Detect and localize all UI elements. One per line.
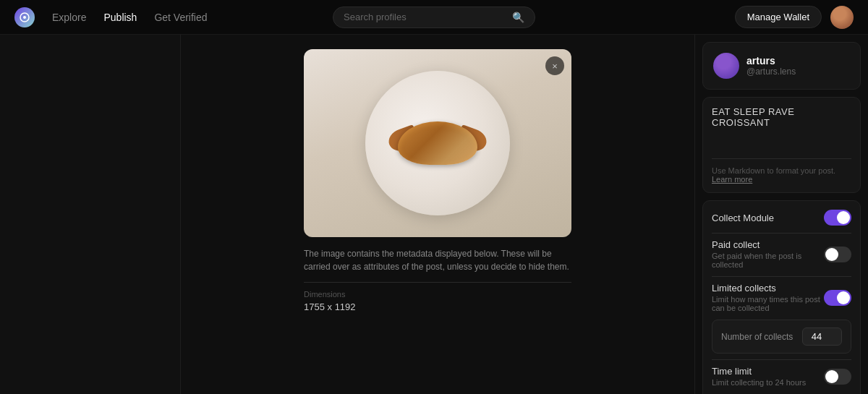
divider-1: [712, 233, 851, 234]
post-text-hint: Use Markdown to format your post. Learn …: [712, 158, 851, 184]
post-text-content: EAT SLEEP RAVE CROISSANT: [712, 106, 851, 150]
nav-publish[interactable]: Publish: [103, 12, 137, 23]
nav-explore[interactable]: Explore: [52, 12, 86, 23]
image-preview-container: ×: [304, 49, 571, 237]
collect-module-card: Collect Module Paid collect Get paid whe…: [702, 200, 861, 394]
search-input[interactable]: [344, 12, 506, 22]
image-info-text: The image contains the metadata displaye…: [304, 247, 571, 273]
center-panel: × The image contains the metadata displa…: [181, 35, 694, 394]
profile-handle: @arturs.lens: [746, 67, 796, 77]
learn-more-link[interactable]: Learn more: [712, 175, 752, 184]
search-icon: 🔍: [512, 12, 524, 23]
profile-avatar: [713, 53, 739, 79]
divider-2: [712, 276, 851, 277]
plate: [365, 71, 510, 215]
right-panel: arturs @arturs.lens EAT SLEEP RAVE CROIS…: [694, 35, 868, 394]
profile-info: arturs @arturs.lens: [746, 55, 796, 77]
app-logo[interactable]: [14, 7, 35, 27]
time-limit-label-group: Time limit Limit collecting to 24 hours: [712, 366, 824, 387]
collect-module-label: Collect Module: [712, 213, 824, 223]
divider-3: [712, 359, 851, 360]
time-limit-sublabel: Limit collecting to 24 hours: [712, 378, 824, 387]
svg-point-1: [23, 16, 26, 19]
paid-collect-label-group: Paid collect Get paid when the post is c…: [712, 239, 824, 269]
paid-collect-label: Paid collect: [712, 239, 824, 250]
main-content: × The image contains the metadata displa…: [0, 35, 868, 394]
image-dimensions: Dimensions 1755 x 1192: [304, 282, 571, 312]
post-text-card[interactable]: EAT SLEEP RAVE CROISSANT Use Markdown to…: [702, 97, 861, 193]
left-sidebar: [0, 35, 181, 394]
collect-module-label-group: Collect Module: [712, 213, 824, 223]
limited-collects-sublabel: Limit how many times this post can be co…: [712, 295, 824, 312]
limited-collects-label: Limited collects: [712, 283, 824, 294]
collect-module-row: Collect Module: [712, 210, 851, 226]
paid-collect-row: Paid collect Get paid when the post is c…: [712, 239, 851, 269]
limited-collects-label-group: Limited collects Limit how many times th…: [712, 283, 824, 312]
time-limit-row: Time limit Limit collecting to 24 hours: [712, 366, 851, 387]
limited-collects-toggle[interactable]: [824, 290, 851, 306]
avatar[interactable]: [830, 6, 854, 29]
profile-name: arturs: [746, 55, 796, 67]
collect-module-toggle[interactable]: [824, 210, 851, 226]
nav-right: Manage Wallet: [735, 6, 854, 29]
collects-input-label: Number of collects: [721, 332, 793, 342]
dimensions-value: 1755 x 1192: [304, 301, 571, 312]
collects-input-section: Number of collects: [712, 320, 851, 354]
collects-number-input[interactable]: [802, 327, 842, 346]
nav-links: Explore Publish Get Verified: [52, 12, 208, 23]
search-bar: 🔍: [333, 7, 535, 28]
manage-wallet-button[interactable]: Manage Wallet: [735, 6, 822, 28]
dimensions-label: Dimensions: [304, 290, 571, 299]
limited-collects-row: Limited collects Limit how many times th…: [712, 283, 851, 312]
paid-collect-toggle[interactable]: [824, 247, 851, 262]
croissant: [394, 114, 481, 172]
time-limit-label: Time limit: [712, 366, 824, 377]
close-image-button[interactable]: ×: [545, 56, 564, 75]
nav-get-verified[interactable]: Get Verified: [154, 12, 207, 23]
croissant-image: [304, 49, 571, 237]
image-info: The image contains the metadata displaye…: [304, 247, 571, 312]
navbar: Explore Publish Get Verified 🔍 Manage Wa…: [0, 0, 868, 35]
profile-card: arturs @arturs.lens: [702, 42, 861, 90]
time-limit-toggle[interactable]: [824, 369, 851, 385]
paid-collect-sublabel: Get paid when the post is collected: [712, 252, 824, 269]
